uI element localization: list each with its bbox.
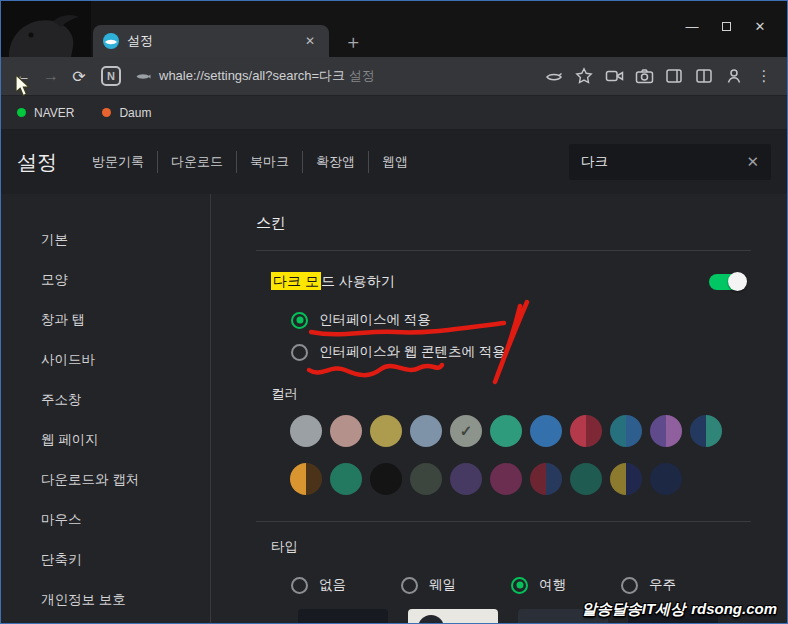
color-swatch[interactable]: [370, 463, 402, 495]
url-text: whale://settings/all?search=다크 설정: [159, 67, 375, 85]
forward-button[interactable]: →: [37, 62, 65, 90]
radio-icon[interactable]: [401, 577, 418, 594]
settings-sidebar: 기본 모양 창과 탭 사이드바 주소창 웹 페이지 다운로드와 캡처 마우스 단…: [1, 194, 211, 623]
sidebar-item-webpage[interactable]: 웹 페이지: [1, 420, 210, 460]
color-swatch[interactable]: [370, 415, 402, 447]
color-swatch[interactable]: [450, 463, 482, 495]
color-swatch[interactable]: [410, 415, 442, 447]
clear-search-icon[interactable]: ✕: [746, 153, 759, 171]
dark-mode-row: 다크 모드 사용하기: [256, 273, 751, 291]
close-button[interactable]: ✕: [743, 13, 777, 39]
radio-apply-interface-web[interactable]: 인터페이스와 웹 콘텐츠에 적용: [291, 343, 751, 361]
divider: [256, 521, 751, 522]
bookmark-star-icon[interactable]: [569, 62, 599, 90]
color-swatch[interactable]: [490, 463, 522, 495]
sidebar-item-window-tab[interactable]: 창과 탭: [1, 300, 210, 340]
tab-title: 설정: [127, 32, 293, 50]
profile-icon[interactable]: [719, 62, 749, 90]
type-section-title: 타입: [271, 538, 751, 556]
search-highlight: 다크 모: [271, 272, 321, 290]
browser-tab-settings[interactable]: 설정 ✕: [93, 25, 329, 57]
radio-icon[interactable]: [621, 577, 638, 594]
type-option-travel[interactable]: 여행: [511, 576, 621, 594]
type-option-none[interactable]: 없음: [291, 576, 401, 594]
new-tab-button[interactable]: ＋: [341, 29, 365, 55]
color-swatch[interactable]: [490, 415, 522, 447]
color-swatch[interactable]: [530, 463, 562, 495]
sidebar-item-download-capture[interactable]: 다운로드와 캡처: [1, 460, 210, 500]
preview-card-whale[interactable]: [408, 609, 498, 624]
color-swatch[interactable]: [690, 415, 722, 447]
radio-icon[interactable]: [291, 344, 308, 361]
radio-icon[interactable]: [291, 577, 308, 594]
video-icon[interactable]: [599, 62, 629, 90]
radio-label: 없음: [319, 576, 346, 594]
color-swatch[interactable]: [330, 463, 362, 495]
color-swatch[interactable]: [410, 463, 442, 495]
bookmarks-bar: NAVER Daum: [1, 96, 787, 130]
sidebar-item-appearance[interactable]: 모양: [1, 260, 210, 300]
color-swatch[interactable]: [650, 415, 682, 447]
toggle-knob: [728, 272, 747, 291]
nav-downloads[interactable]: 다운로드: [157, 151, 236, 173]
settings-search-input[interactable]: [581, 155, 738, 170]
sidebar-item-addressbar[interactable]: 주소창: [1, 380, 210, 420]
nav-bookmarks[interactable]: 북마크: [236, 151, 302, 173]
settings-nav: 방문기록 다운로드 북마크 확장앱 웹앱: [79, 151, 421, 173]
type-option-space[interactable]: 우주: [621, 576, 731, 594]
color-swatch[interactable]: [530, 415, 562, 447]
nav-history[interactable]: 방문기록: [79, 151, 157, 173]
color-swatch[interactable]: [570, 415, 602, 447]
radio-apply-interface[interactable]: 인터페이스에 적용: [291, 311, 751, 329]
nav-extensions[interactable]: 확장앱: [302, 151, 368, 173]
settings-search-box[interactable]: ✕: [569, 144, 771, 180]
naver-favicon: [17, 108, 26, 117]
settings-page: 기본 모양 창과 탭 사이드바 주소창 웹 페이지 다운로드와 캡처 마우스 단…: [1, 194, 787, 623]
color-swatch[interactable]: [290, 415, 322, 447]
color-row-2: [290, 463, 751, 495]
sidebar-item-mouse[interactable]: 마우스: [1, 500, 210, 540]
color-swatch[interactable]: [570, 463, 602, 495]
radio-icon[interactable]: [511, 577, 528, 594]
url-suffix: 설정: [345, 68, 375, 83]
naver-button[interactable]: N: [101, 66, 121, 86]
dark-mode-label-rest: 드 사용하기: [321, 273, 395, 289]
sidebar-item-basic[interactable]: 기본: [1, 220, 210, 260]
capture-camera-icon[interactable]: [629, 62, 659, 90]
sidebar-panel-icon[interactable]: [659, 62, 689, 90]
sidebar-item-privacy[interactable]: 개인정보 보호: [1, 580, 210, 620]
whale-space-icon[interactable]: [539, 62, 569, 90]
color-swatch[interactable]: [610, 463, 642, 495]
radio-icon[interactable]: [291, 312, 308, 329]
sidebar-item-shortcuts[interactable]: 단축키: [1, 540, 210, 580]
maximize-icon: [722, 22, 731, 31]
color-swatch[interactable]: [650, 463, 682, 495]
type-options-row: 없음 웨일 여행 우주: [291, 576, 751, 594]
back-button[interactable]: ←: [9, 62, 37, 90]
address-bar[interactable]: whale://settings/all?search=다크 설정: [135, 67, 375, 85]
maximize-button[interactable]: [709, 13, 743, 39]
color-swatch[interactable]: [610, 415, 642, 447]
type-option-whale[interactable]: 웨일: [401, 576, 511, 594]
dark-mode-toggle[interactable]: [709, 274, 745, 290]
color-swatch[interactable]: ✓: [450, 415, 482, 447]
bookmark-daum[interactable]: Daum: [102, 106, 151, 120]
tab-close-icon[interactable]: ✕: [301, 34, 319, 48]
preview-card-none[interactable]: [298, 609, 388, 624]
sidebar-item-sidebar[interactable]: 사이드바: [1, 340, 210, 380]
split-view-icon[interactable]: [689, 62, 719, 90]
refresh-button[interactable]: ⟳: [65, 62, 93, 90]
color-swatch[interactable]: [330, 415, 362, 447]
whale-favicon: [103, 33, 119, 49]
settings-content: 스킨 다크 모드 사용하기 인터페이스에 적용 인터페이스와 웹 콘텐츠에 적용…: [211, 194, 787, 623]
more-menu-icon[interactable]: ⋮: [749, 62, 779, 90]
bookmark-naver[interactable]: NAVER: [17, 106, 74, 120]
watermark-site: 알송달송IT세상: [582, 600, 685, 617]
nav-webapps[interactable]: 웹앱: [368, 151, 421, 173]
whale-url-icon: [135, 68, 151, 84]
minimize-button[interactable]: —: [675, 13, 709, 39]
color-swatch[interactable]: [290, 463, 322, 495]
url-main: whale://settings/all?search=다크: [159, 68, 345, 83]
radio-label: 인터페이스와 웹 콘텐츠에 적용: [319, 343, 506, 361]
bookmark-label: Daum: [119, 106, 151, 120]
